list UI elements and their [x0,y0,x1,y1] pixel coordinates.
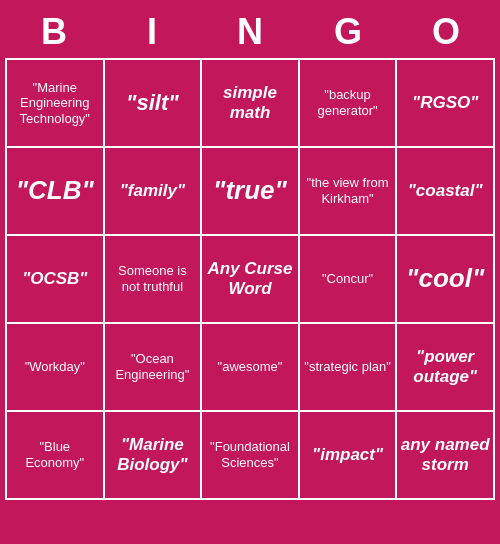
bingo-header: BINGO [5,6,495,58]
cell-text-r2-c1: Someone is not truthful [108,263,198,294]
cell-r4-c1: "Marine Biology" [105,412,203,500]
cell-text-r4-c3: "impact" [312,445,383,465]
cell-text-r2-c4: "cool" [406,263,484,294]
cell-text-r4-c2: "Foundational Sciences" [205,439,295,470]
cell-text-r1-c0: "CLB" [16,175,94,206]
cell-r1-c3: "the view from Kirkham" [300,148,398,236]
cell-r0-c0: "Marine Engineering Technology" [7,60,105,148]
grid-row-4: "Blue Economy""Marine Biology""Foundatio… [7,412,495,500]
cell-r0-c3: "backup generator" [300,60,398,148]
cell-r3-c0: "Workday" [7,324,105,412]
grid-row-0: "Marine Engineering Technology""silt"sim… [7,60,495,148]
bingo-grid: "Marine Engineering Technology""silt"sim… [5,58,495,500]
cell-text-r0-c0: "Marine Engineering Technology" [10,80,100,127]
cell-r3-c2: "awesome" [202,324,300,412]
cell-text-r3-c2: "awesome" [218,359,283,375]
cell-text-r1-c2: "true" [213,175,287,206]
cell-text-r2-c2: Any Curse Word [205,259,295,300]
cell-text-r4-c1: "Marine Biology" [108,435,198,476]
cell-r1-c0: "CLB" [7,148,105,236]
cell-r3-c3: "strategic plan" [300,324,398,412]
cell-text-r3-c3: "strategic plan" [304,359,391,375]
cell-r2-c1: Someone is not truthful [105,236,203,324]
cell-r2-c4: "cool" [397,236,495,324]
cell-text-r4-c0: "Blue Economy" [10,439,100,470]
bingo-card: BINGO "Marine Engineering Technology""si… [5,6,495,500]
cell-r1-c1: "family" [105,148,203,236]
cell-text-r0-c3: "backup generator" [303,87,393,118]
header-letter-n: N [201,6,299,58]
cell-text-r4-c4: any named storm [400,435,490,476]
cell-r1-c4: "coastal" [397,148,495,236]
cell-text-r2-c0: "OCSB" [22,269,87,289]
cell-r2-c2: Any Curse Word [202,236,300,324]
cell-r4-c2: "Foundational Sciences" [202,412,300,500]
cell-r0-c1: "silt" [105,60,203,148]
cell-text-r0-c4: "RGSO" [412,93,478,113]
cell-r0-c2: simple math [202,60,300,148]
cell-text-r0-c1: "silt" [126,90,179,116]
cell-r3-c4: "power outage" [397,324,495,412]
header-letter-b: B [5,6,103,58]
cell-r3-c1: "Ocean Engineering" [105,324,203,412]
cell-r1-c2: "true" [202,148,300,236]
cell-r4-c3: "impact" [300,412,398,500]
cell-text-r2-c3: "Concur" [322,271,373,287]
cell-r0-c4: "RGSO" [397,60,495,148]
cell-text-r3-c1: "Ocean Engineering" [108,351,198,382]
header-letter-o: O [397,6,495,58]
grid-row-1: "CLB""family""true""the view from Kirkha… [7,148,495,236]
cell-text-r1-c4: "coastal" [408,181,483,201]
grid-row-2: "OCSB"Someone is not truthfulAny Curse W… [7,236,495,324]
cell-text-r1-c1: "family" [120,181,185,201]
cell-r2-c3: "Concur" [300,236,398,324]
cell-r4-c4: any named storm [397,412,495,500]
cell-text-r3-c4: "power outage" [400,347,490,388]
header-letter-i: I [103,6,201,58]
cell-text-r3-c0: "Workday" [25,359,85,375]
cell-text-r1-c3: "the view from Kirkham" [303,175,393,206]
cell-r2-c0: "OCSB" [7,236,105,324]
cell-text-r0-c2: simple math [205,83,295,124]
header-letter-g: G [299,6,397,58]
grid-row-3: "Workday""Ocean Engineering""awesome""st… [7,324,495,412]
cell-r4-c0: "Blue Economy" [7,412,105,500]
